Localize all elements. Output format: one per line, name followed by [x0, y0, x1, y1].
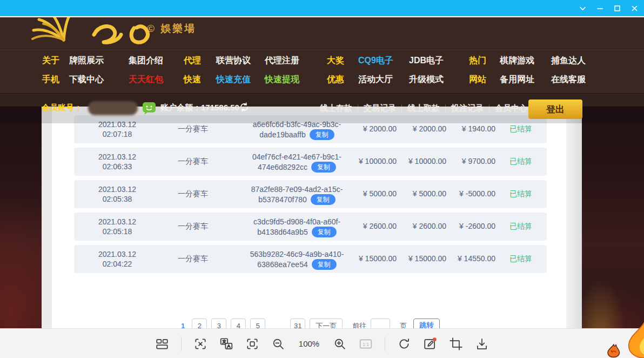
bet-id-line2-text: b4138d64a9b5: [257, 227, 307, 237]
page-button[interactable]: 3: [211, 319, 226, 328]
jump-button[interactable]: 跳转: [413, 319, 440, 328]
maximize-icon[interactable]: [613, 4, 621, 12]
ocr-icon[interactable]: [193, 337, 207, 351]
layout-grid-icon[interactable]: [155, 337, 169, 351]
page-button[interactable]: 2: [192, 319, 207, 328]
bet-winloss: ¥ -5000.00: [431, 189, 495, 198]
bet-game: 一分赛车: [155, 157, 231, 167]
link-divider: [445, 104, 446, 112]
member-links: 线上存款交易记录线上取款投注记录会员中心: [320, 101, 527, 115]
save-icon[interactable]: [475, 337, 489, 351]
table-row: 2021.03.1202:05:38一分赛车87a2fe88-7e09-4ad2…: [74, 180, 547, 208]
member-bar: 会员账号： 账户余额：171586.50 线上存款交易记录线上取款投注记录会员中…: [0, 93, 644, 123]
page-gutter-left: [42, 107, 52, 328]
link-divider: [358, 104, 358, 112]
member-link[interactable]: 线上存款: [320, 103, 352, 114]
bet-time: 02:05:18: [77, 227, 158, 236]
bet-datetime: 2021.03.1202:05:18: [77, 217, 158, 236]
table-row: 2021.03.1202:06:33一分赛车04ef76cf-e421-4e67…: [74, 148, 547, 176]
link-divider: [401, 104, 402, 112]
nav-link[interactable]: JDB电子: [409, 55, 444, 67]
nav-link[interactable]: 升级模式: [409, 74, 444, 85]
bet-game: 一分赛车: [155, 189, 231, 199]
nav-link[interactable]: 活动大厅: [358, 74, 393, 85]
chat-icon[interactable]: [142, 101, 156, 115]
page-button-last[interactable]: 31: [290, 319, 305, 328]
nav-link[interactable]: 牌照展示: [69, 55, 104, 67]
translate-icon[interactable]: [219, 337, 233, 351]
bet-winloss: ¥ -2600.00: [431, 222, 495, 230]
app-window: © 娛樂場 关于牌照展示集团介绍代理联营协议代理注册大奖CQ9电子JDB电子热门…: [0, 0, 644, 358]
balance-label: 账户余额：: [160, 103, 201, 112]
bet-datetime: 2021.03.1202:04:22: [77, 249, 158, 269]
logout-button[interactable]: 登出: [528, 100, 582, 119]
nav-row-2: 手机下载中心天天红包快速快速充值快速提现优惠活动大厅升级模式网站备用网址在线客服: [0, 74, 644, 87]
nav-link[interactable]: 快速提现: [265, 74, 299, 85]
status-badge: 已结算: [509, 222, 532, 231]
content-page: 2021.03.1202:07:18一分赛车a6e6fc6d-b3fc-49ac…: [52, 107, 566, 328]
bet-datetime: 2021.03.1202:06:33: [77, 152, 158, 171]
nav-link[interactable]: 棋牌游戏: [500, 55, 534, 67]
fit-screen-icon[interactable]: [245, 337, 259, 351]
zoom-in-icon[interactable]: [333, 337, 347, 351]
member-link[interactable]: 交易记录: [364, 103, 396, 114]
nav-link[interactable]: 联营协议: [216, 55, 251, 67]
nav-category[interactable]: 关于: [42, 55, 59, 67]
masked-account-name: [88, 101, 138, 115]
bet-record-table: 2021.03.1202:07:18一分赛车a6e6fc6d-b3fc-49ac…: [52, 115, 566, 273]
balance-value: 171586.50: [201, 103, 239, 112]
bet-winloss: ¥ 1940.00: [431, 124, 495, 133]
status-badge: 已结算: [509, 124, 532, 134]
nav-link[interactable]: CQ9电子: [358, 55, 393, 67]
actual-size-icon: 1:1: [359, 337, 373, 351]
next-page-button[interactable]: 下一页: [310, 319, 343, 328]
nav-link[interactable]: 在线客服: [551, 74, 586, 85]
member-link[interactable]: 会员中心: [495, 103, 527, 114]
nav-category[interactable]: 手机: [42, 74, 59, 85]
page-button[interactable]: 5: [250, 319, 265, 328]
crop-icon[interactable]: [449, 337, 463, 351]
page-gutter-right[interactable]: [566, 107, 582, 328]
close-icon[interactable]: [630, 4, 639, 12]
nav-category[interactable]: 大奖: [327, 55, 344, 67]
nav-category[interactable]: 热门: [469, 55, 486, 67]
member-link[interactable]: 投注记录: [451, 103, 484, 114]
chevron-down-icon[interactable]: [579, 4, 587, 12]
page-button-active[interactable]: 1: [178, 319, 187, 328]
nav-link[interactable]: 天天红包: [129, 74, 163, 85]
bet-winloss: ¥ 14550.00: [431, 254, 495, 263]
nav-link[interactable]: 备用网址: [500, 74, 534, 85]
balance: 账户余额：171586.50: [160, 103, 239, 113]
page-jump-input[interactable]: [371, 319, 390, 328]
refresh-balance-icon[interactable]: [238, 101, 250, 113]
nav-link[interactable]: 代理注册: [265, 55, 299, 67]
nav-row-1: 关于牌照展示集团介绍代理联营协议代理注册大奖CQ9电子JDB电子热门棋牌游戏捕鱼…: [0, 55, 644, 68]
minimize-icon[interactable]: [596, 4, 604, 12]
pagination: 1234531下一页前往页跳转: [52, 319, 566, 328]
page-button[interactable]: 4: [231, 319, 246, 328]
bet-time: 02:07:18: [77, 129, 158, 139]
page-suffix-label: 页: [400, 319, 407, 328]
nav-link[interactable]: 下载中心: [69, 74, 104, 85]
bet-date: 2021.03.12: [77, 249, 158, 259]
nav-link[interactable]: 捕鱼达人: [551, 55, 586, 67]
member-link[interactable]: 线上取款: [407, 103, 440, 114]
nav-category[interactable]: 代理: [184, 55, 201, 67]
bet-datetime: 2021.03.1202:05:38: [77, 184, 158, 204]
nav-category[interactable]: 优惠: [327, 74, 344, 85]
bet-game: 一分赛车: [155, 124, 231, 134]
bet-id-line2-text: b5378470f780: [258, 195, 307, 204]
nav-category[interactable]: 网站: [469, 74, 486, 85]
nav-link[interactable]: 集团介绍: [129, 55, 163, 67]
status-badge: 已结算: [509, 254, 532, 264]
bet-game: 一分赛车: [155, 222, 231, 231]
bet-id-line2-text: 474e6d8292cc: [258, 162, 307, 172]
table-row: 2021.03.1202:05:18一分赛车c3dc9fd5-d908-4f0a…: [74, 213, 547, 241]
nav-link[interactable]: 快速充值: [216, 74, 251, 85]
bet-game: 一分赛车: [155, 254, 231, 264]
edit-icon[interactable]: [423, 337, 437, 351]
rotate-icon[interactable]: [397, 337, 411, 351]
zoom-out-icon[interactable]: [271, 337, 285, 351]
table-row: 2021.03.1202:04:22一分赛车563b9282-46c9-4a9b…: [74, 245, 547, 273]
nav-category[interactable]: 快速: [184, 74, 201, 85]
